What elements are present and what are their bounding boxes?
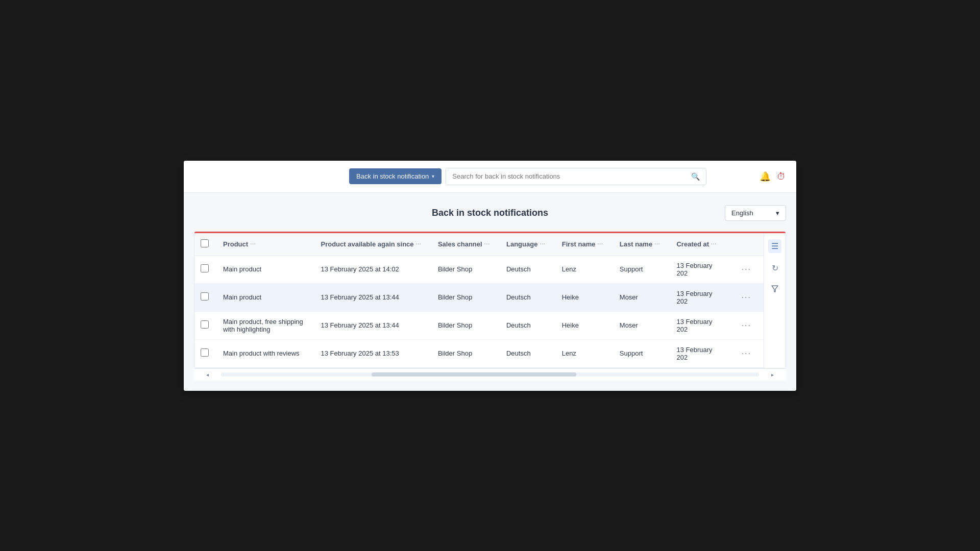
row-4-first-name: Lenz <box>554 339 611 367</box>
horizontal-scrollbar: ◂ ▸ <box>194 368 786 381</box>
refresh-button[interactable]: ↻ <box>770 261 780 275</box>
row-4-available-since: 13 February 2025 at 13:53 <box>312 339 429 367</box>
last-name-sort[interactable]: Last name ··· <box>620 240 660 248</box>
row-3-checkbox-cell <box>194 311 215 339</box>
scroll-track[interactable] <box>221 372 759 377</box>
product-sort[interactable]: Product ··· <box>223 240 256 248</box>
sales-channel-sort-icon: ··· <box>484 241 490 247</box>
language-dropdown-button[interactable]: English ▾ <box>725 205 786 221</box>
select-all-checkbox[interactable] <box>201 239 209 247</box>
first-name-sort-icon: ··· <box>597 241 603 247</box>
table-row: Main product 13 February 2025 at 14:02 B… <box>194 255 764 283</box>
row-4-last-name: Support <box>611 339 669 367</box>
row-1-actions: ··· <box>729 255 764 283</box>
actions-header <box>729 233 764 256</box>
table-body: Main product 13 February 2025 at 14:02 B… <box>194 255 764 367</box>
product-sort-icon: ··· <box>250 241 256 247</box>
filter-icon <box>771 285 778 294</box>
first-name-sort[interactable]: First name ··· <box>562 240 603 248</box>
available-since-sort-icon: ··· <box>416 241 422 247</box>
side-tools: ☰ ↻ <box>764 233 786 368</box>
notification-bell-button[interactable]: 🔔 <box>760 172 771 181</box>
table-header: Product ··· Product available again sinc… <box>194 233 764 256</box>
column-settings-button[interactable]: ☰ <box>768 239 781 253</box>
clock-button[interactable]: ⏱ <box>777 172 786 181</box>
table-row: Main product 13 February 2025 at 13:44 B… <box>194 283 764 311</box>
search-input[interactable] <box>446 168 685 184</box>
row-4-checkbox[interactable] <box>201 348 209 357</box>
row-1-product: Main product <box>215 255 312 283</box>
entity-chevron-icon: ▾ <box>432 173 434 179</box>
row-3-available-since: 13 February 2025 at 13:44 <box>312 311 429 339</box>
row-2-actions-button[interactable]: ··· <box>738 291 755 304</box>
row-4-actions-button[interactable]: ··· <box>738 347 755 360</box>
row-3-created-at: 13 February 202 <box>668 311 729 339</box>
col-last-name: Last name ··· <box>611 233 669 256</box>
col-language: Language ··· <box>498 233 554 256</box>
language-sort-icon: ··· <box>540 241 545 247</box>
row-3-actions-button[interactable]: ··· <box>738 319 755 332</box>
refresh-icon: ↻ <box>772 264 778 272</box>
col-first-name-label: First name <box>562 240 596 248</box>
search-wrapper: 🔍 <box>446 168 706 185</box>
filter-button[interactable] <box>769 283 780 296</box>
main-table: Product ··· Product available again sinc… <box>194 233 764 368</box>
table-with-tools: Product ··· Product available again sinc… <box>194 233 786 368</box>
col-first-name: First name ··· <box>554 233 611 256</box>
col-sales-channel: Sales channel ··· <box>430 233 498 256</box>
row-1-available-since: 13 February 2025 at 14:02 <box>312 255 429 283</box>
col-created-at: Created at ··· <box>668 233 729 256</box>
language-sort[interactable]: Language ··· <box>506 240 546 248</box>
language-label: English <box>731 209 753 217</box>
col-product: Product ··· <box>215 233 312 256</box>
available-since-sort[interactable]: Product available again since ··· <box>321 240 421 248</box>
page-title: Back in stock notifications <box>391 208 589 218</box>
col-product-label: Product <box>223 240 248 248</box>
scroll-thumb <box>372 372 576 377</box>
last-name-sort-icon: ··· <box>654 241 660 247</box>
row-2-product: Main product <box>215 283 312 311</box>
row-2-available-since: 13 February 2025 at 13:44 <box>312 283 429 311</box>
row-3-language: Deutsch <box>498 311 554 339</box>
row-3-product: Main product, free shipping with highlig… <box>215 311 312 339</box>
row-2-sales-channel: Bilder Shop <box>430 283 498 311</box>
row-2-checkbox[interactable] <box>201 292 209 300</box>
row-1-sales-channel: Bilder Shop <box>430 255 498 283</box>
search-button[interactable]: 🔍 <box>685 168 706 185</box>
row-1-actions-button[interactable]: ··· <box>738 263 755 276</box>
table-container: Product ··· Product available again sinc… <box>194 231 786 368</box>
row-2-first-name: Heike <box>554 283 611 311</box>
col-sales-channel-label: Sales channel <box>438 240 482 248</box>
scroll-left-arrow[interactable]: ◂ <box>204 371 211 379</box>
clock-icon: ⏱ <box>777 171 786 182</box>
row-3-first-name: Heike <box>554 311 611 339</box>
row-1-created-at: 13 February 202 <box>668 255 729 283</box>
bell-icon: 🔔 <box>760 171 771 182</box>
row-1-last-name: Support <box>611 255 669 283</box>
content-area: Back in stock notifications English ▾ <box>184 193 796 391</box>
row-4-checkbox-cell <box>194 339 215 367</box>
table-row: Main product with reviews 13 February 20… <box>194 339 764 367</box>
col-created-at-label: Created at <box>676 240 709 248</box>
table-row: Main product, free shipping with highlig… <box>194 311 764 339</box>
row-2-created-at: 13 February 202 <box>668 283 729 311</box>
col-available-since: Product available again since ··· <box>312 233 429 256</box>
language-selector: English ▾ <box>589 205 786 221</box>
scroll-right-arrow[interactable]: ▸ <box>769 371 776 379</box>
row-1-checkbox[interactable] <box>201 264 209 272</box>
top-bar: Back in stock notification ▾ 🔍 🔔 ⏱ <box>184 161 796 193</box>
row-3-last-name: Moser <box>611 311 669 339</box>
svg-marker-0 <box>772 286 778 292</box>
row-3-checkbox[interactable] <box>201 320 209 329</box>
table-header-row: Product ··· Product available again sinc… <box>194 233 764 256</box>
col-language-label: Language <box>506 240 537 248</box>
row-4-created-at: 13 February 202 <box>668 339 729 367</box>
row-2-last-name: Moser <box>611 283 669 311</box>
entity-selector-button[interactable]: Back in stock notification ▾ <box>349 168 442 184</box>
row-4-product: Main product with reviews <box>215 339 312 367</box>
created-at-sort[interactable]: Created at ··· <box>676 240 717 248</box>
list-icon: ☰ <box>771 242 778 251</box>
entity-label: Back in stock notification <box>356 172 429 180</box>
search-area: Back in stock notification ▾ 🔍 <box>349 168 706 185</box>
sales-channel-sort[interactable]: Sales channel ··· <box>438 240 490 248</box>
